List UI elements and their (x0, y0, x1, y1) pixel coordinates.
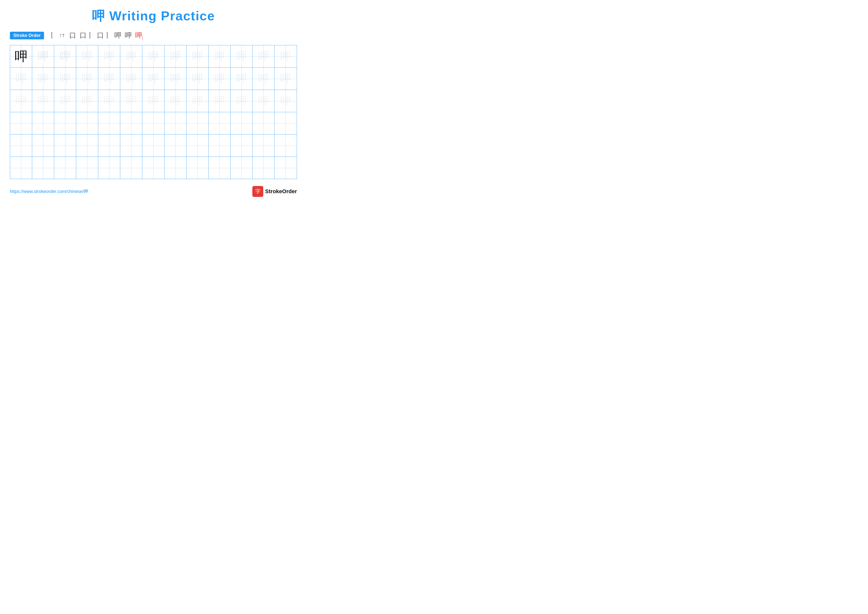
grid-cell[interactable] (186, 135, 209, 157)
char-ghost: 呷 (280, 51, 291, 62)
grid-cell[interactable] (253, 112, 274, 134)
grid-cell[interactable]: 呷 (120, 90, 142, 112)
char-ghost: 呷 (192, 96, 203, 107)
grid-cell[interactable] (98, 112, 120, 134)
practice-grid: 呷 呷 呷 呷 呷 呷 呷 呷 呷 呷 呷 呷 呷 呷 呷 呷 呷 呷 呷 呷 … (10, 45, 297, 179)
grid-cell[interactable] (274, 157, 297, 179)
grid-cell[interactable] (120, 112, 142, 134)
grid-cell[interactable]: 呷 (209, 45, 231, 67)
grid-cell[interactable] (98, 157, 120, 179)
grid-cell[interactable]: 呷 (209, 68, 231, 90)
grid-cell[interactable]: 呷 (142, 68, 164, 90)
grid-cell[interactable]: 呷 (209, 90, 231, 112)
grid-cell[interactable]: 呷 (32, 68, 54, 90)
grid-cell[interactable] (209, 135, 231, 157)
grid-cell[interactable] (209, 112, 231, 134)
stroke-step-8: 呷| (135, 31, 142, 40)
stroke-order-badge: Stroke Order (10, 32, 44, 39)
grid-cell[interactable] (231, 157, 253, 179)
grid-cell[interactable] (54, 112, 76, 134)
stroke-step-6: 呷 (114, 31, 121, 40)
grid-cell[interactable] (274, 135, 297, 157)
grid-cell[interactable]: 呷 (274, 45, 297, 67)
grid-cell[interactable]: 呷 (142, 90, 164, 112)
grid-cell[interactable]: 呷 (253, 68, 274, 90)
grid-cell[interactable]: 呷 (186, 45, 209, 67)
grid-cell[interactable] (120, 157, 142, 179)
stroke-step-1: 丨 (48, 31, 56, 40)
grid-cell[interactable] (76, 157, 98, 179)
grid-cell[interactable] (164, 157, 186, 179)
grid-cell[interactable] (76, 112, 98, 134)
grid-cell[interactable]: 呷 (164, 68, 186, 90)
char-ghost: 呷 (104, 73, 115, 84)
footer-url[interactable]: https://www.strokeorder.com/chinese/呷 (10, 188, 88, 194)
grid-cell[interactable]: 呷 (76, 68, 98, 90)
grid-cell[interactable] (142, 135, 164, 157)
grid-cell[interactable]: 呷 (231, 90, 253, 112)
grid-cell[interactable]: 呷 (274, 68, 297, 90)
grid-cell[interactable] (32, 135, 54, 157)
grid-cell[interactable] (186, 157, 209, 179)
grid-cell[interactable]: 呷 (54, 45, 76, 67)
grid-cell[interactable]: 呷 (231, 68, 253, 90)
grid-cell[interactable] (76, 135, 98, 157)
grid-cell[interactable]: 呷 (54, 68, 76, 90)
grid-cell-ref[interactable]: 呷 (10, 45, 32, 67)
char-ghost: 呷 (82, 51, 93, 62)
grid-cell[interactable] (10, 112, 32, 134)
grid-cell[interactable]: 呷 (98, 90, 120, 112)
char-ghost: 呷 (104, 96, 115, 107)
grid-cell[interactable] (274, 112, 297, 134)
grid-cell[interactable]: 呷 (120, 68, 142, 90)
grid-row-2: 呷 呷 呷 呷 呷 呷 呷 呷 呷 呷 呷 呷 呷 (10, 68, 297, 90)
grid-cell[interactable]: 呷 (10, 68, 32, 90)
grid-cell[interactable] (54, 135, 76, 157)
grid-cell[interactable]: 呷 (76, 45, 98, 67)
grid-cell[interactable] (253, 135, 274, 157)
grid-cell[interactable]: 呷 (32, 45, 54, 67)
grid-cell[interactable]: 呷 (231, 45, 253, 67)
grid-cell[interactable] (10, 157, 32, 179)
grid-cell[interactable] (54, 157, 76, 179)
grid-cell[interactable]: 呷 (253, 45, 274, 67)
grid-cell[interactable]: 呷 (10, 90, 32, 112)
grid-cell[interactable] (142, 112, 164, 134)
char-ghost: 呷 (60, 73, 71, 84)
grid-cell[interactable]: 呷 (76, 90, 98, 112)
char-ghost: 呷 (214, 51, 225, 62)
grid-cell[interactable] (32, 112, 54, 134)
grid-cell[interactable]: 呷 (253, 90, 274, 112)
grid-cell[interactable] (209, 157, 231, 179)
grid-cell[interactable] (120, 135, 142, 157)
grid-cell[interactable]: 呷 (142, 45, 164, 67)
grid-cell[interactable]: 呷 (54, 90, 76, 112)
char-ghost: 呷 (258, 96, 269, 107)
grid-cell[interactable]: 呷 (164, 90, 186, 112)
char-ghost: 呷 (170, 96, 181, 107)
grid-cell[interactable] (10, 135, 32, 157)
char-ghost: 呷 (60, 51, 71, 62)
char-ghost: 呷 (280, 96, 291, 107)
grid-cell[interactable] (186, 112, 209, 134)
grid-cell[interactable]: 呷 (164, 45, 186, 67)
char-ghost: 呷 (192, 73, 203, 84)
grid-cell[interactable]: 呷 (98, 45, 120, 67)
grid-cell[interactable] (32, 157, 54, 179)
grid-cell[interactable]: 呷 (98, 68, 120, 90)
grid-cell[interactable]: 呷 (186, 90, 209, 112)
grid-cell[interactable] (253, 157, 274, 179)
grid-row-3: 呷 呷 呷 呷 呷 呷 呷 呷 呷 呷 呷 呷 呷 (10, 90, 297, 112)
grid-cell[interactable]: 呷 (274, 90, 297, 112)
grid-cell[interactable]: 呷 (120, 45, 142, 67)
grid-cell[interactable]: 呷 (186, 68, 209, 90)
grid-cell[interactable] (164, 135, 186, 157)
grid-cell[interactable] (98, 135, 120, 157)
grid-row-5 (10, 135, 297, 157)
grid-cell[interactable] (164, 112, 186, 134)
grid-cell[interactable] (231, 112, 253, 134)
grid-cell[interactable] (142, 157, 164, 179)
grid-cell[interactable]: 呷 (32, 90, 54, 112)
footer: https://www.strokeorder.com/chinese/呷 字 … (10, 186, 297, 197)
grid-cell[interactable] (231, 135, 253, 157)
